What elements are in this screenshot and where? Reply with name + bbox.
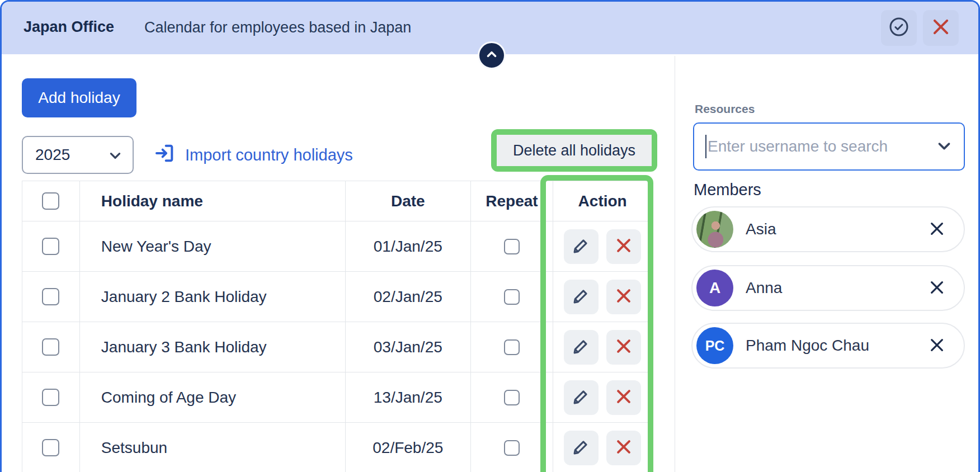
repeat-checkbox[interactable] bbox=[504, 289, 520, 305]
table-row: Coming of Age Day 13/Jan/25 bbox=[22, 372, 652, 423]
delete-x-icon bbox=[614, 286, 633, 307]
close-icon bbox=[928, 279, 946, 298]
pencil-icon bbox=[572, 387, 591, 408]
username-search-input[interactable] bbox=[708, 138, 936, 155]
member-name: Pham Ngoc Chau bbox=[746, 337, 925, 355]
table-row: January 3 Bank Holiday 03/Jan/25 bbox=[22, 322, 652, 372]
remove-member-button[interactable] bbox=[925, 276, 949, 300]
delete-holiday-button[interactable] bbox=[606, 280, 641, 314]
remove-member-button[interactable] bbox=[925, 217, 949, 242]
column-header-holiday-name: Holiday name bbox=[80, 181, 346, 221]
select-all-checkbox[interactable] bbox=[42, 192, 59, 210]
collapse-panel-button[interactable] bbox=[478, 41, 506, 69]
edit-holiday-button[interactable] bbox=[564, 280, 599, 314]
avatar: PC bbox=[696, 327, 733, 364]
member-chip: Asia bbox=[691, 206, 965, 252]
table-header-row: Holiday name Date Repeat Action bbox=[22, 181, 652, 221]
edit-holiday-button[interactable] bbox=[564, 330, 599, 365]
pencil-icon bbox=[572, 286, 591, 307]
holiday-date: 02/Jan/25 bbox=[346, 272, 471, 322]
check-circle-icon bbox=[888, 16, 910, 40]
chevron-up-icon bbox=[484, 47, 499, 64]
edit-holiday-button[interactable] bbox=[564, 380, 599, 415]
holiday-date: 13/Jan/25 bbox=[346, 372, 471, 422]
close-icon bbox=[928, 220, 946, 239]
member-chip: A Anna bbox=[691, 265, 965, 311]
chevron-down-icon bbox=[108, 150, 123, 162]
column-header-action: Action bbox=[553, 181, 652, 221]
row-checkbox[interactable] bbox=[42, 389, 59, 406]
member-name: Anna bbox=[746, 279, 925, 297]
calendar-subtitle: Calendar for employees based in Japan bbox=[144, 19, 411, 36]
close-button[interactable] bbox=[923, 10, 959, 46]
delete-holiday-button[interactable] bbox=[606, 330, 641, 365]
resources-label: Resources bbox=[695, 102, 755, 116]
members-label: Members bbox=[694, 181, 761, 199]
row-checkbox[interactable] bbox=[42, 439, 59, 456]
chevron-down-icon[interactable] bbox=[936, 140, 953, 153]
year-select-value: 2025 bbox=[35, 146, 70, 164]
repeat-checkbox[interactable] bbox=[504, 339, 520, 355]
confirm-button[interactable] bbox=[881, 10, 917, 46]
close-icon bbox=[930, 16, 951, 40]
member-name: Asia bbox=[746, 220, 925, 238]
calendar-title: Japan Office bbox=[23, 18, 114, 36]
delete-all-annotation-box: Delete all holidays bbox=[491, 129, 657, 172]
holiday-date: 01/Jan/25 bbox=[346, 221, 471, 271]
close-icon bbox=[928, 336, 946, 356]
add-holiday-button[interactable]: Add holiday bbox=[22, 78, 136, 117]
table-row: January 2 Bank Holiday 02/Jan/25 bbox=[22, 272, 652, 322]
delete-x-icon bbox=[614, 437, 633, 458]
resource-search-box bbox=[693, 122, 965, 171]
repeat-checkbox[interactable] bbox=[504, 239, 520, 254]
import-country-holidays-link[interactable]: Import country holidays bbox=[154, 143, 353, 167]
delete-x-icon bbox=[614, 387, 633, 408]
pencil-icon bbox=[572, 437, 591, 458]
row-checkbox[interactable] bbox=[42, 288, 59, 305]
table-row: Setsubun 02/Feb/25 bbox=[22, 423, 652, 472]
delete-holiday-button[interactable] bbox=[606, 431, 641, 465]
row-checkbox[interactable] bbox=[42, 338, 59, 356]
table-row: New Year's Day 01/Jan/25 bbox=[22, 221, 652, 272]
holiday-name: New Year's Day bbox=[80, 221, 346, 271]
holiday-name: January 3 Bank Holiday bbox=[80, 322, 346, 372]
avatar: A bbox=[696, 270, 733, 306]
holiday-date: 02/Feb/25 bbox=[346, 423, 471, 472]
delete-holiday-button[interactable] bbox=[606, 229, 641, 264]
column-header-repeat: Repeat bbox=[471, 181, 554, 221]
delete-x-icon bbox=[614, 337, 633, 357]
edit-holiday-button[interactable] bbox=[564, 431, 599, 465]
edit-holiday-button[interactable] bbox=[564, 229, 599, 264]
repeat-checkbox[interactable] bbox=[504, 390, 520, 405]
row-checkbox[interactable] bbox=[42, 238, 59, 255]
sidebar-divider bbox=[675, 56, 675, 472]
year-select[interactable]: 2025 bbox=[22, 136, 134, 174]
holidays-table: Holiday name Date Repeat Action New Year… bbox=[22, 181, 652, 472]
pencil-icon bbox=[572, 236, 591, 257]
text-caret bbox=[705, 135, 706, 158]
holiday-date: 03/Jan/25 bbox=[346, 322, 471, 372]
delete-holiday-button[interactable] bbox=[606, 380, 641, 415]
member-chip: PC Pham Ngoc Chau bbox=[691, 323, 965, 369]
repeat-checkbox[interactable] bbox=[504, 440, 520, 456]
holiday-name: Setsubun bbox=[80, 423, 346, 472]
import-link-label: Import country holidays bbox=[185, 146, 353, 164]
delete-x-icon bbox=[614, 236, 633, 257]
avatar bbox=[696, 211, 733, 248]
holiday-name: Coming of Age Day bbox=[80, 372, 346, 422]
holiday-calendar-panel: Japan Office Calendar for employees base… bbox=[0, 0, 980, 472]
delete-all-holidays-button[interactable]: Delete all holidays bbox=[497, 135, 652, 166]
remove-member-button[interactable] bbox=[925, 333, 949, 358]
holiday-name: January 2 Bank Holiday bbox=[80, 272, 346, 322]
import-icon bbox=[154, 142, 176, 168]
column-header-date: Date bbox=[346, 181, 471, 221]
pencil-icon bbox=[572, 337, 591, 357]
